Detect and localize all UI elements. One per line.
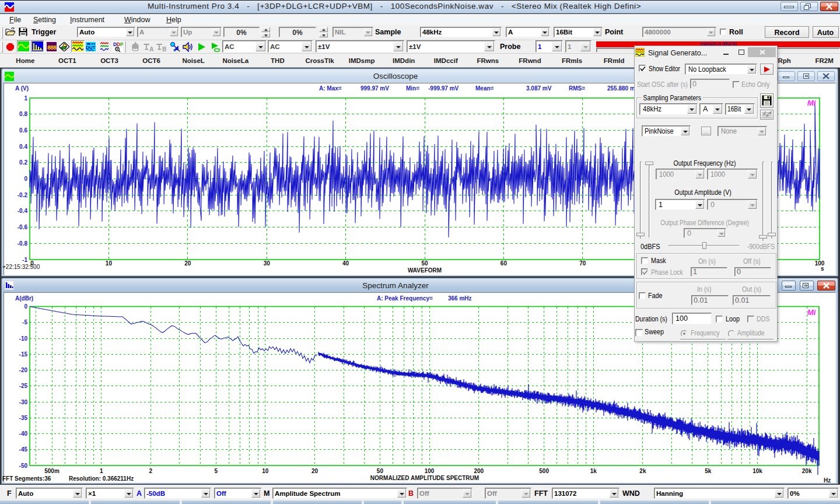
svg-text:Mi: Mi [807, 308, 816, 317]
